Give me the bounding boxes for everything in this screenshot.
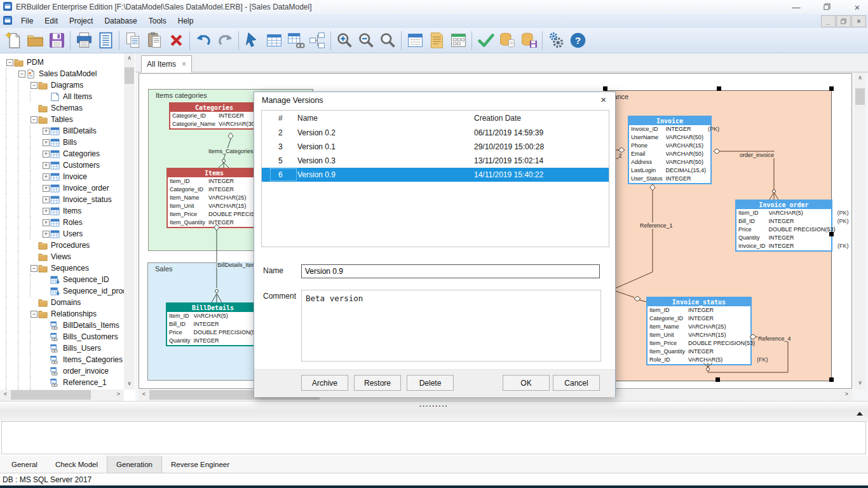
tree-item-diagrams[interactable]: −Diagrams [0,79,124,91]
selection-handle[interactable] [603,86,607,91]
menu-item-project[interactable]: Project [64,15,98,27]
form-editor-icon[interactable] [447,30,469,51]
expand-icon[interactable]: + [42,125,50,137]
tree-item-tables[interactable]: −Tables [0,114,124,125]
tree-item-reference-1[interactable]: Reference_1 [0,377,124,388]
tree-item-items[interactable]: +Items [0,205,124,217]
expand-icon[interactable]: + [42,194,50,205]
expand-icon[interactable]: + [42,171,50,182]
splitter-grip[interactable]: ......... [419,400,449,408]
scroll-down-icon[interactable]: ∨ [855,378,865,389]
versions-list[interactable]: #NameCreation Date2Version 0.206/11/2019… [261,110,609,247]
mdi-minimize-icon[interactable]: _ [821,15,836,27]
model-diagram-icon[interactable] [306,30,328,51]
splitter-collapse-icon[interactable] [857,412,863,416]
relationship-label-items-categories[interactable]: Items_Categories [208,148,254,154]
tree-item-users[interactable]: +Users [0,228,124,240]
tree-item-relationships[interactable]: −Relationships [0,308,124,320]
tree-item-sales-datamodel[interactable]: −Sales DataModel [0,68,124,79]
selection-handle[interactable] [829,232,834,236]
relationship-label-reference-4[interactable]: Reference_4 [757,336,792,342]
relationship-label-reference-1[interactable]: Reference_1 [639,222,674,229]
tree-item-all-items[interactable]: All Items [0,91,124,102]
canvas-vertical-scrollbar[interactable]: ∧ ∨ [855,73,865,389]
tree-item-bills-users[interactable]: Bills_Users [0,342,124,354]
tree-item-order-invoice[interactable]: order_invoice [0,365,124,377]
expand-icon[interactable]: + [42,182,50,194]
tree-item-views[interactable]: Views [0,251,124,262]
expand-icon[interactable]: + [42,217,50,228]
archive-button[interactable]: Archive [301,375,348,391]
menu-item-help[interactable]: Help [172,15,200,27]
db-save-icon[interactable] [518,30,539,51]
collapse-icon[interactable]: − [30,79,38,91]
open-folder-icon[interactable] [24,30,46,51]
bottom-tab-reverse-engineer[interactable]: Reverse Engineer [162,456,238,473]
undo-icon[interactable] [193,30,214,51]
tree-item-invoice[interactable]: +Invoice [0,171,124,182]
pointer-icon[interactable] [241,30,263,51]
copy-icon[interactable] [122,30,144,51]
selection-handle[interactable] [715,377,720,382]
entity-invoice_order[interactable]: Invoice_orderItem_IDVARCHAR(5)(PK)Bill_I… [735,200,832,252]
tree-item-procedures[interactable]: Procedures [0,240,124,251]
table-icon[interactable] [263,30,285,51]
dialog-close-icon[interactable]: × [598,94,609,105]
expand-icon[interactable]: + [42,148,50,159]
db-script-icon[interactable] [496,30,518,51]
tree-item-pdm[interactable]: −PDM [0,57,124,68]
restore-icon[interactable] [821,3,832,12]
minimize-icon[interactable]: — [790,3,802,12]
selection-handle[interactable] [829,86,834,91]
scrollbar-thumb[interactable] [11,390,91,400]
scroll-up-icon[interactable]: ∧ [855,73,865,84]
zoom-out-icon[interactable] [355,30,377,51]
ok-button[interactable]: OK [503,375,550,391]
tree-item-categories[interactable]: +Categories [0,148,124,159]
bottom-tab-generation[interactable]: Generation [107,456,162,473]
cancel-button[interactable]: Cancel [553,375,600,391]
tree-item-invoice-order[interactable]: +Invoice_order [0,182,124,194]
expand-icon[interactable]: + [42,205,50,217]
bottom-tab-check-model[interactable]: Check Model [46,456,107,473]
scroll-right-icon[interactable]: > [841,390,852,400]
tree-horizontal-scrollbar[interactable]: < > [0,390,124,401]
settings-icon[interactable] [545,30,567,51]
restore-button[interactable]: Restore [354,375,401,391]
menu-item-database[interactable]: Database [98,15,142,27]
tree-item-sequences[interactable]: −Sequences [0,262,124,274]
menu-item-tools[interactable]: Tools [143,15,172,27]
new-file-icon[interactable] [3,30,24,51]
save-icon[interactable] [46,30,67,51]
tab-all-items[interactable]: All Items × [141,55,192,72]
collapse-icon[interactable]: − [6,57,14,68]
delete-icon[interactable] [165,30,187,51]
horizontal-splitter[interactable]: ......... [0,401,868,422]
scroll-left-icon[interactable]: < [0,390,11,400]
report-icon[interactable] [95,30,116,51]
expand-icon[interactable]: + [42,228,50,240]
menu-item-edit[interactable]: Edit [39,15,64,27]
close-icon[interactable]: × [851,2,863,13]
scrollbar-thumb[interactable] [125,67,134,84]
check-model-icon[interactable] [475,30,496,51]
version-row-2[interactable]: 2Version 0.206/11/2019 14:59:39 [262,126,609,140]
entity-items[interactable]: ItemsItem_IDINTEGERCategorie_IDINTEGERIt… [166,168,262,228]
redo-icon[interactable] [214,30,236,51]
tree-item-billdetails-items[interactable]: BillDetails_Items [0,320,124,331]
expand-icon[interactable]: + [42,137,50,148]
collapse-icon[interactable]: − [18,68,26,79]
collapse-icon[interactable]: − [30,262,38,274]
tree-item-sequence-id[interactable]: Sequence_ID [0,274,124,285]
scroll-left-icon[interactable]: < [139,390,149,400]
tree-item-bills[interactable]: +Bills [0,137,124,148]
menu-item-file[interactable]: File [15,15,39,27]
version-row-6[interactable]: 6Version 0.914/11/2019 15:40:22 [262,168,609,182]
comment-textarea[interactable]: Beta version [301,290,601,362]
entity-invoice[interactable]: InvoiceInvoice_IDINTEGER(PK)UserNameVARC… [628,116,712,184]
tree-item-bills-customers[interactable]: Bills_Customers [0,331,124,342]
tree-item-billdetails[interactable]: +BillDetails [0,125,124,137]
scrollbar-thumb[interactable] [855,88,865,105]
tree-vertical-scrollbar[interactable]: ∧ ∨ [124,53,135,390]
zoom-icon[interactable] [377,30,398,51]
